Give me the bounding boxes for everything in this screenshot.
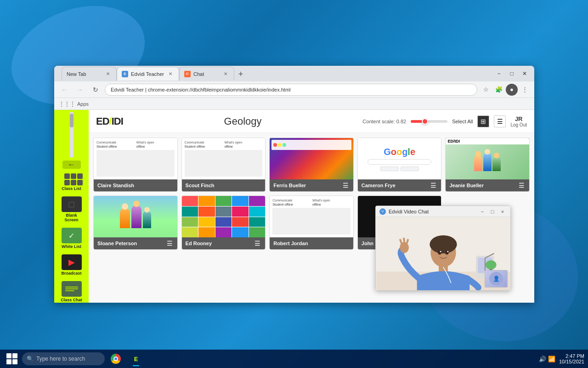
video-close-button[interactable]: × <box>498 207 507 216</box>
close-button[interactable]: ✕ <box>519 68 531 80</box>
content-scale-slider[interactable] <box>411 120 447 123</box>
taskbar-search[interactable]: 🔍 Type here to search <box>22 352 105 365</box>
user-info[interactable]: JR Log Out <box>510 115 527 127</box>
left-sidebar: ← Class List □ Blank Screen <box>54 110 89 303</box>
svg-point-18 <box>440 251 441 253</box>
card-footer-scout: Scout Finch <box>182 179 266 191</box>
jeanie-menu-button[interactable]: ☰ <box>518 182 526 189</box>
tab-newtab-close[interactable]: ✕ <box>104 70 112 78</box>
card-thumb-claire: Communicate Student offline What's open … <box>94 138 177 179</box>
select-all-button[interactable]: Select All <box>452 119 473 124</box>
browser-action-icons: ☆ 🧩 ● ⋮ <box>480 84 531 96</box>
card-thumb-cameron: Google <box>358 138 441 179</box>
card-footer-sloane: Sloane Peterson ☰ <box>94 237 177 249</box>
blank-screen-label: Blank Screen <box>58 213 85 222</box>
grid-view-button[interactable]: ⊞ <box>477 115 489 127</box>
start-button[interactable] <box>4 351 20 367</box>
address-bar[interactable]: Edvidi Teacher | chrome-extension://dbch… <box>105 84 477 96</box>
white-list-label: White List <box>62 244 81 249</box>
card-footer-jeanie: Jeanie Bueller ☰ <box>446 179 529 191</box>
sidebar-item-class-chat[interactable]: Class Chat <box>57 279 86 303</box>
browser-titlebar: New Tab ✕ E Edvidi Teacher ✕ C Chat ✕ + … <box>54 66 534 81</box>
sidebar-item-white-list[interactable]: ✓ White List <box>57 226 86 251</box>
sidebar-item-blank-screen[interactable]: □ Blank Screen <box>57 195 86 224</box>
svg-line-8 <box>404 238 404 242</box>
tab-chat-close[interactable]: ✕ <box>222 70 229 78</box>
video-inset: 👤 <box>485 270 508 288</box>
back-button[interactable]: ← <box>58 83 71 96</box>
taskbar-right: 🔊 📶 2:47 PM 10/15/2021 <box>539 353 584 364</box>
bookmark-icon[interactable]: ☆ <box>480 84 492 96</box>
header-controls: Content scale: 0.82 Select All ⊞ ☰ JR Lo… <box>362 115 527 127</box>
list-view-button[interactable]: ☰ <box>494 115 506 127</box>
menu-icon[interactable]: ⋮ <box>519 84 531 96</box>
apps-shortcut[interactable]: ⋮⋮⋮ Apps <box>59 101 89 107</box>
broadcast-icon: ▶ <box>62 254 82 270</box>
taskbar-chrome-app[interactable] <box>107 351 125 367</box>
student-card-jeanie[interactable]: ED/IDI <box>445 138 530 192</box>
student-card-sloane[interactable]: Sloane Peterson ☰ <box>93 196 178 250</box>
sidebar-item-broadcast[interactable]: ▶ Broadcast <box>57 253 86 277</box>
tab-edvidi-close[interactable]: ✕ <box>167 70 174 78</box>
svg-point-19 <box>447 251 448 253</box>
minimize-button[interactable]: − <box>493 68 505 80</box>
puzzle-icon[interactable]: 🧩 <box>493 84 505 96</box>
card-thumb-sloane <box>94 196 177 237</box>
window-controls: − □ ✕ <box>493 68 531 80</box>
card-thumb-edrooney <box>182 196 266 237</box>
account-icon[interactable]: ● <box>506 84 518 96</box>
card-thumb-robert: Communicate Student offline What's open … <box>270 196 353 237</box>
video-chat-title: V Edvidi Video Chat <box>379 208 478 215</box>
ferris-menu-button[interactable]: ☰ <box>342 182 350 189</box>
address-text: Edvidi Teacher | chrome-extension://dbch… <box>111 87 291 92</box>
svg-point-13 <box>486 260 497 270</box>
video-restore-button[interactable]: □ <box>488 207 497 216</box>
tab-newtab-label: New Tab <box>67 71 86 77</box>
student-card-edrooney[interactable]: Ed Rooney ☰ <box>181 196 266 250</box>
new-tab-button[interactable]: + <box>234 68 247 80</box>
back-nav-button[interactable]: ← <box>62 161 81 169</box>
forward-button[interactable]: → <box>74 83 86 96</box>
tab-chat[interactable]: C Chat ✕ <box>179 67 234 80</box>
student-card-claire[interactable]: Communicate Student offline What's open … <box>93 138 178 192</box>
taskbar-clock: 2:47 PM 10/15/2021 <box>559 353 584 364</box>
cameron-menu-button[interactable]: ☰ <box>430 182 437 189</box>
svg-line-7 <box>400 240 401 243</box>
apps-label: Apps <box>77 101 89 107</box>
page-title: Geology <box>123 115 363 127</box>
taskbar-edvidi-app[interactable]: E <box>127 351 145 367</box>
edvidi-logo: ED/IDI <box>96 115 123 127</box>
tab-chat-label: Chat <box>193 71 204 77</box>
video-chat-controls: − □ × <box>478 207 507 216</box>
student-name-edrooney: Ed Rooney <box>186 241 212 246</box>
browser-tabs: New Tab ✕ E Edvidi Teacher ✕ C Chat ✕ + <box>60 67 491 80</box>
edrooney-menu-button[interactable]: ☰ <box>254 240 261 247</box>
video-chat-title-text: Edvidi Video Chat <box>389 209 429 214</box>
video-chat-header: V Edvidi Video Chat − □ × <box>376 206 510 217</box>
student-card-cameron[interactable]: Google Cameron Frye ☰ <box>357 138 442 192</box>
content-scale-label: Content scale: 0.82 <box>362 119 406 124</box>
taskbar: 🔍 Type here to search E 🔊 📶 2:47 PM 10/1… <box>0 350 588 368</box>
student-name-sloane: Sloane Peterson <box>97 241 137 246</box>
tab-newtab[interactable]: New Tab ✕ <box>62 67 117 80</box>
card-footer-robert: Robert Jordan <box>270 237 353 249</box>
blank-screen-icon: □ <box>62 196 82 212</box>
student-card-scout[interactable]: Communicate Student offline What's open … <box>181 138 266 192</box>
search-placeholder: Type here to search <box>36 356 85 362</box>
student-name-robert: Robert Jordan <box>273 241 308 246</box>
student-card-ferris[interactable]: Ferris Bueller ☰ <box>269 138 354 192</box>
taskbar-icons: 🔊 📶 <box>539 356 555 362</box>
student-name-jeanie: Jeanie Bueller <box>449 183 484 188</box>
class-chat-icon <box>62 281 82 297</box>
sloane-menu-button[interactable]: ☰ <box>166 240 174 247</box>
search-icon: 🔍 <box>27 356 34 362</box>
video-minimize-button[interactable]: − <box>478 207 486 216</box>
card-footer-edrooney: Ed Rooney ☰ <box>182 237 266 249</box>
reload-button[interactable]: ↻ <box>89 83 102 96</box>
restore-button[interactable]: □ <box>506 68 518 80</box>
student-name-cameron: Cameron Frye <box>362 183 396 188</box>
tab-edvidi[interactable]: E Edvidi Teacher ✕ <box>117 67 179 80</box>
student-card-robert[interactable]: Communicate Student offline What's open … <box>269 196 354 250</box>
video-inset-content: 👤 <box>485 270 507 287</box>
sidebar-item-class-list[interactable]: Class List <box>57 171 86 193</box>
